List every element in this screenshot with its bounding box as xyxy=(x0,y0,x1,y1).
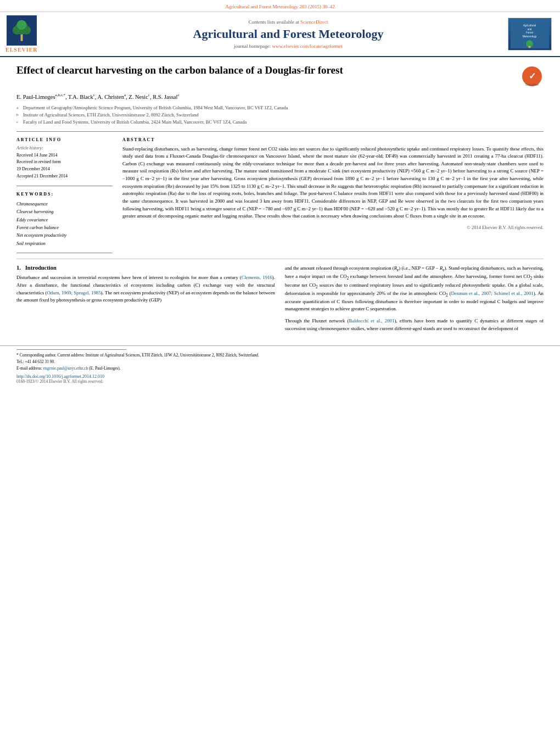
body-two-col: 1. Introduction Disturbance and successi… xyxy=(16,265,544,337)
journal-ref: Agricultural and Forest Meteorology 203 … xyxy=(225,4,334,9)
keyword-2: Clearcut harvesting xyxy=(16,208,113,215)
homepage-link[interactable]: www.elsevier.com/locate/agrformet xyxy=(272,43,343,49)
sciencedirect-link[interactable]: ScienceDirect xyxy=(300,19,328,25)
svg-text:✓: ✓ xyxy=(529,71,536,81)
affil-text-b: Institute of Agricultural Sciences, ETH … xyxy=(23,111,199,119)
body-left: 1. Introduction Disturbance and successi… xyxy=(16,265,275,337)
title-row: Effect of clearcut harvesting on the car… xyxy=(16,64,544,88)
left-col: ARTICLE INFO Article history: Received 1… xyxy=(16,137,113,259)
affil-sup-b: b xyxy=(16,111,23,119)
svg-text:and: and xyxy=(528,27,532,30)
svg-text:Forest: Forest xyxy=(526,31,534,34)
intro-para3: Through the Fluxnet network (Baldocchi e… xyxy=(285,317,544,332)
abstract-text: Stand-replacing disturbances, such as ha… xyxy=(122,146,544,220)
footnote-tel: Tel.: +41 44 632 31 90. xyxy=(16,359,544,365)
received-revised-label: Received in revised form xyxy=(16,159,113,166)
authors-line: E. Paul-Limogesa,b,c,*, T.A. Blackc, A. … xyxy=(16,92,544,101)
header-left: ELSEVIER xyxy=(5,15,71,53)
issn-line: 0168-1923/© 2014 Elsevier B.V. All right… xyxy=(16,379,544,384)
affil-sup-c: c xyxy=(16,119,23,126)
affil-row-c: c Faculty of Land and Food Systems, Univ… xyxy=(16,119,544,126)
doi-link[interactable]: http://dx.doi.org/10.1016/j.agrformet.20… xyxy=(16,374,104,379)
body-area: 1. Introduction Disturbance and successi… xyxy=(0,259,560,342)
journal-title: Agricultural and Forest Meteorology xyxy=(193,27,384,41)
affil-sup-a: a xyxy=(16,104,23,111)
footnotes-area: * Corresponding author. Current address:… xyxy=(0,345,560,384)
affiliations: a Department of Geography/Atmospheric Sc… xyxy=(16,104,544,125)
article-history-block: Article history: Received 14 June 2014 R… xyxy=(16,146,113,186)
article-title: Effect of clearcut harvesting on the car… xyxy=(16,64,516,77)
header-area: ELSEVIER Contents lists available at Sci… xyxy=(0,12,560,57)
received-revised-date: 19 December 2014 xyxy=(16,166,113,173)
footnotes-divider xyxy=(16,349,126,350)
email-link[interactable]: eugenie.paul@usys.ethz.ch xyxy=(43,366,88,371)
cite-odum: Odum, 1969; Sprugel, 1985 xyxy=(47,290,100,295)
elsevier-logo: ELSEVIER xyxy=(5,15,38,53)
crossmark-icon: ✓ CrossMark xyxy=(522,66,544,88)
keyword-3: Eddy covariance xyxy=(16,216,113,224)
intro-section-title: 1. Introduction xyxy=(16,265,275,271)
header-center: Contents lists available at ScienceDirec… xyxy=(71,15,505,53)
affil-row-b: b Institute of Agricultural Sciences, ET… xyxy=(16,111,544,119)
svg-text:Agricultural: Agricultural xyxy=(523,24,536,27)
received-date: Received 14 June 2014 xyxy=(16,152,113,159)
intro-para2: and the amount released through ecosyste… xyxy=(285,265,544,313)
homepage-line: journal homepage: www.elsevier.com/locat… xyxy=(234,43,343,49)
affil-text-c: Faculty of Land and Food Systems, Univer… xyxy=(23,119,247,126)
two-col-info-abstract: ARTICLE INFO Article history: Received 1… xyxy=(16,131,544,259)
svg-point-5 xyxy=(16,20,26,30)
page: Agricultural and Forest Meteorology 203 … xyxy=(0,0,560,742)
cite-denman: Denman et al., 2007; Schimel et al., 200… xyxy=(451,291,533,296)
keyword-4: Forest carbon balance xyxy=(16,224,113,231)
article-area: Effect of clearcut harvesting on the car… xyxy=(0,57,560,259)
top-bar: Agricultural and Forest Meteorology 203 … xyxy=(0,0,560,12)
copyright-line: © 2014 Elsevier B.V. All rights reserved… xyxy=(122,225,544,230)
keywords-block: Keywords: Chronosequence Clearcut harves… xyxy=(16,192,113,254)
abstract-header: ABSTRACT xyxy=(122,137,544,142)
article-info-header: ARTICLE INFO xyxy=(16,137,113,142)
svg-text:CrossMark: CrossMark xyxy=(525,83,539,86)
history-label: Article history: xyxy=(16,146,113,150)
elsevier-tree-icon xyxy=(7,15,37,46)
svg-rect-1 xyxy=(20,33,23,41)
keyword-1: Chronosequence xyxy=(16,200,113,208)
header-right: Agricultural and Forest Meteorology xyxy=(505,15,555,53)
footnote-corresponding: * Corresponding author. Current address:… xyxy=(16,352,544,359)
accepted-date: Accepted 21 December 2014 xyxy=(16,173,113,180)
intro-para1: Disturbance and succession in terrestria… xyxy=(16,274,275,304)
elsevier-wordmark: ELSEVIER xyxy=(5,47,38,53)
svg-text:Meteorology: Meteorology xyxy=(523,35,537,37)
affil-text-a: Department of Geography/Atmospheric Scie… xyxy=(23,104,288,111)
doi-line: http://dx.doi.org/10.1016/j.agrformet.20… xyxy=(16,374,544,379)
cite-clements: Clements, 1916 xyxy=(242,275,272,280)
journal-logo-box: Agricultural and Forest Meteorology xyxy=(508,18,552,51)
right-col: ABSTRACT Stand-replacing disturbances, s… xyxy=(122,137,544,259)
body-right: and the amount released through ecosyste… xyxy=(285,265,544,337)
keyword-6: Soil respiration xyxy=(16,239,113,247)
cite-baldocchi: Baldocchi et al., 2001 xyxy=(349,318,394,323)
svg-rect-12 xyxy=(529,46,531,48)
footnote-email: E-mail address: eugenie.paul@usys.ethz.c… xyxy=(16,365,544,372)
contents-line: Contents lists available at ScienceDirec… xyxy=(249,19,328,25)
affil-row-a: a Department of Geography/Atmospheric Sc… xyxy=(16,104,544,111)
keyword-5: Net ecosystem productivity xyxy=(16,231,113,239)
keywords-header: Keywords: xyxy=(16,192,113,197)
